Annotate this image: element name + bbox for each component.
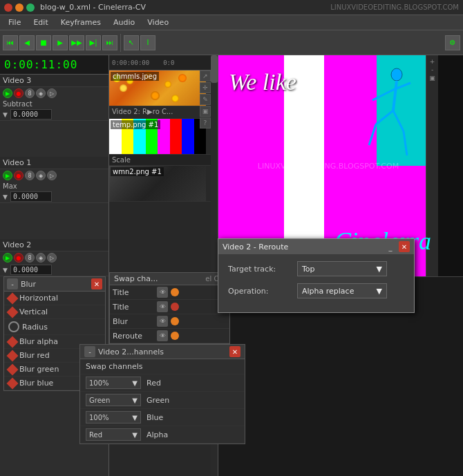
track-lock-video1[interactable]: 8	[25, 171, 35, 180]
blur-diamond-vertical	[7, 306, 19, 318]
blur-row-horizontal: Horizontal	[4, 292, 105, 305]
menu-file[interactable]: File	[3, 17, 26, 28]
effect-eye-blur[interactable]: 👁	[157, 316, 168, 327]
effect-arrow-video2: ▼	[3, 267, 8, 274]
effect-list-overlay: Swap cha... el C... Title 👁 Title 👁 Blur…	[109, 272, 230, 344]
close-btn[interactable]	[4, 3, 12, 12]
track-mute-video1[interactable]: ●	[14, 171, 23, 180]
track-expand-video3[interactable]: ◈	[36, 88, 46, 98]
next-frame-button[interactable]: ▶|	[86, 35, 101, 50]
reroute-dialog-titlebar[interactable]: Video 2 - Reroute _ ✕	[218, 239, 414, 254]
track-expand-video1[interactable]: ◈	[36, 171, 46, 180]
select-tool[interactable]: ↖	[124, 35, 139, 50]
blur-label-red: Blur red	[19, 351, 61, 360]
swap-label-alpha: Alpha	[147, 430, 174, 439]
rewind-button[interactable]: ⏮	[3, 35, 18, 50]
blur-panel-close[interactable]: ✕	[91, 278, 102, 289]
swap-panel-title: Video 2...hannels	[98, 348, 164, 356]
effect-name-video3: Subtract	[0, 99, 108, 108]
reroute-target-select[interactable]: Top ▼	[297, 261, 387, 276]
toolbar-separator	[120, 34, 121, 52]
blur-diamond-blue	[7, 377, 19, 389]
fit-icon[interactable]: ▣	[429, 75, 435, 82]
effect-dot-title1	[171, 288, 179, 296]
swap-value-green: Green	[89, 397, 110, 404]
fast-forward-button[interactable]: ▶▶	[69, 35, 84, 50]
effect-value-video2[interactable]	[10, 265, 52, 275]
track-name-video3: Video 3	[3, 76, 31, 85]
tool-arrow-icon[interactable]: ↗	[200, 70, 211, 82]
clip-video2[interactable]: wmn2.png #1	[109, 166, 218, 202]
window-controls[interactable]	[4, 3, 35, 12]
effect-item-title1[interactable]: Title 👁	[110, 285, 229, 300]
track-lock-video2[interactable]: 8	[25, 253, 35, 263]
swap-panel-close[interactable]: ✕	[229, 346, 240, 357]
effect-item-reroute[interactable]: Reroute 👁	[110, 329, 229, 343]
settings-icon[interactable]: ⚙	[445, 35, 460, 50]
window-title: blog-w_0.xml - Cinelerra-CV	[40, 3, 146, 12]
track-more-video1[interactable]: ▷	[47, 171, 57, 180]
effect-arrow-video3: ▼	[3, 111, 8, 118]
menu-audio[interactable]: Audio	[108, 17, 140, 28]
reroute-operation-value: Alpha replace	[302, 287, 354, 296]
effect-item-blur[interactable]: Blur 👁	[110, 314, 229, 329]
zoom-in-icon[interactable]: +	[430, 58, 435, 65]
clip-label-video1: temp.png #1	[111, 120, 160, 129]
effect-eye-title2[interactable]: 👁	[157, 301, 168, 312]
track-header-video3: Video 3 ▶ ● 8 ◈ ▷ Subtract ▼	[0, 75, 108, 121]
reroute-operation-select[interactable]: Alpha replace ▼	[297, 283, 387, 298]
track-play-video3[interactable]: ▶	[3, 88, 12, 98]
right-toolbar-icons: ⚙	[445, 35, 460, 50]
svg-line-3	[393, 111, 404, 131]
minimize-btn[interactable]	[15, 3, 23, 12]
track-mute-video3[interactable]: ●	[14, 88, 23, 98]
effect-eye-title1[interactable]: 👁	[157, 287, 168, 298]
swap-label-red: Red	[147, 379, 174, 388]
clip-tool-icons: ↗ ✛ ✎ ▣ ?	[200, 70, 211, 128]
swap-value-alpha: Red	[89, 431, 102, 439]
menu-keyframes[interactable]: Keyframes	[55, 17, 106, 28]
effect-eye-reroute[interactable]: 👁	[157, 330, 168, 341]
stop-button[interactable]: ■	[36, 35, 51, 50]
tool-move-icon[interactable]: ✛	[200, 82, 211, 93]
reroute-close-btn[interactable]: ✕	[399, 241, 410, 252]
track-more-video2[interactable]: ▷	[47, 253, 57, 263]
swap-panel-min[interactable]: -	[84, 346, 95, 357]
blur-panel-title-bar: - Blur ✕	[4, 277, 105, 292]
effect-item-name-title2: Title	[113, 303, 154, 312]
blur-row-vertical: Vertical	[4, 305, 105, 319]
effect-value-video1[interactable]	[10, 191, 52, 202]
swap-row-blue: 100% ▼ Blue	[80, 409, 245, 426]
swap-select-green[interactable]: Green ▼	[86, 394, 141, 406]
zoom-out-icon[interactable]: -	[431, 66, 433, 73]
blur-panel-min[interactable]: -	[7, 278, 18, 289]
maximize-btn[interactable]	[26, 3, 35, 12]
effect-item-title2[interactable]: Title 👁	[110, 300, 229, 314]
swap-select-alpha[interactable]: Red ▼	[86, 428, 141, 441]
ruler-time-0: 0:00:00:00	[112, 59, 149, 66]
track-expand-video2[interactable]: ◈	[36, 253, 46, 263]
end-button[interactable]: ⏭	[102, 35, 117, 50]
tool-pencil-icon[interactable]: ✎	[200, 94, 211, 105]
swap-select-blue[interactable]: 100% ▼	[86, 411, 141, 423]
track-mute-video2[interactable]: ●	[14, 253, 23, 263]
reroute-min-btn[interactable]: _	[385, 241, 396, 252]
tool-q-icon[interactable]: ?	[200, 117, 211, 128]
blur-label-radius: Radius	[22, 323, 64, 332]
swap-select-red[interactable]: 100% ▼	[86, 377, 141, 389]
scrollbar-thumb[interactable]	[211, 55, 218, 83]
track-lock-video3[interactable]: 8	[25, 88, 35, 98]
play-button[interactable]: ▶	[53, 35, 68, 50]
effect-value-video3[interactable]	[10, 109, 52, 120]
menu-edit[interactable]: Edit	[28, 17, 53, 28]
reroute-target-arrow: ▼	[377, 265, 382, 274]
ibeam-tool[interactable]: I	[140, 35, 155, 50]
track-more-video3[interactable]: ▷	[47, 88, 57, 98]
menu-video[interactable]: Video	[142, 17, 174, 28]
svg-line-2	[376, 111, 393, 124]
track-play-video2[interactable]: ▶	[3, 253, 12, 263]
track-play-video1[interactable]: ▶	[3, 171, 12, 180]
tool-select-icon[interactable]: ▣	[200, 106, 211, 117]
prev-frame-button[interactable]: ◀	[19, 35, 35, 50]
svg-point-0	[391, 68, 402, 81]
